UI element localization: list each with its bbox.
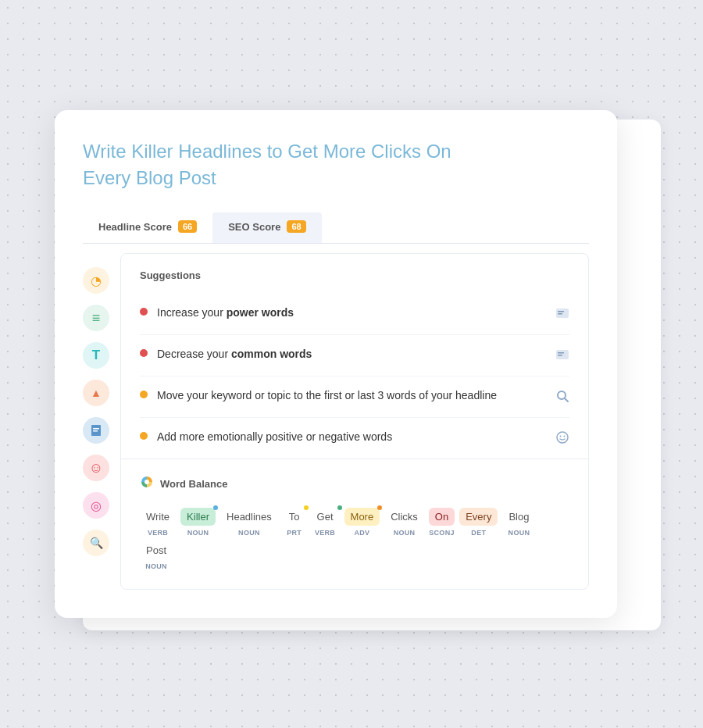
svg-rect-7: [558, 352, 564, 354]
suggestion-action-icon-1[interactable]: [555, 306, 569, 323]
suggestions-section: Suggestions Increase your power words: [121, 254, 588, 459]
suggestion-text-4: Add more emotionally positive or negativ…: [157, 429, 546, 445]
tab-headline-score[interactable]: Headline Score 66: [83, 212, 212, 243]
word-chip-post: Post NOUN: [140, 541, 173, 570]
suggestion-action-icon-2[interactable]: [555, 348, 569, 365]
word-chip-headlines-text: Headlines: [220, 508, 278, 526]
word-tag-more: ADV: [354, 529, 369, 537]
word-chip-write: Write VERB: [140, 508, 176, 537]
word-tag-every: DET: [471, 529, 486, 537]
word-tag-get: VERB: [315, 529, 335, 537]
word-tag-write: VERB: [148, 529, 168, 537]
sidebar-bookmark-icon[interactable]: [83, 417, 109, 444]
tab-seo-score[interactable]: SEO Score 68: [212, 212, 321, 243]
main-card: Write Killer Headlines to Get More Click…: [55, 110, 617, 618]
svg-rect-4: [558, 311, 564, 312]
word-tag-post: NOUN: [145, 562, 167, 570]
word-chip-post-text: Post: [140, 541, 173, 559]
tabs-bar: Headline Score 66 SEO Score 68: [83, 212, 589, 244]
sidebar-list-icon[interactable]: ≡: [83, 305, 109, 331]
svg-point-14: [145, 480, 149, 484]
more-dot: [377, 505, 382, 510]
word-chip-clicks: Clicks NOUN: [384, 508, 424, 537]
suggestion-action-icon-3[interactable]: [555, 389, 569, 406]
word-chip-to: To PRT: [283, 508, 306, 537]
dot-orange-4: [140, 432, 148, 440]
word-chip-clicks-text: Clicks: [384, 508, 424, 526]
title-area: Write Killer Headlines to Get More Click…: [83, 138, 589, 191]
svg-rect-5: [558, 313, 562, 315]
word-balance-title: Word Balance: [160, 478, 227, 490]
word-chips-container: Write VERB Killer NOUN: [140, 508, 569, 570]
word-tag-on: SCONJ: [429, 529, 455, 537]
word-chip-on-text: On: [429, 508, 455, 526]
word-balance-section: Word Balance Write VERB Killer: [121, 459, 588, 589]
sidebar-search-icon[interactable]: 🔍: [83, 530, 109, 556]
svg-rect-3: [556, 309, 569, 318]
word-tag-blog: NOUN: [509, 529, 530, 537]
word-chip-on: On SCONJ: [429, 508, 455, 537]
word-chip-write-text: Write: [140, 508, 176, 526]
sidebar-text-icon[interactable]: T: [83, 342, 109, 369]
tab-headline-score-label: Headline Score: [98, 221, 172, 233]
dot-red-2: [140, 349, 148, 357]
suggestion-item-2: Decrease your common words: [140, 335, 569, 376]
word-chip-killer-text: Killer: [180, 508, 216, 526]
word-chip-every-text: Every: [459, 508, 498, 526]
svg-rect-1: [93, 428, 99, 430]
word-tag-killer: NOUN: [187, 529, 209, 537]
word-tag-headlines: NOUN: [238, 529, 260, 537]
word-chip-more-text: More: [344, 508, 380, 526]
seo-score-badge: 68: [287, 220, 305, 233]
svg-rect-6: [556, 350, 569, 359]
svg-point-11: [557, 432, 568, 443]
word-tag-clicks: NOUN: [394, 529, 416, 537]
suggestion-action-icon-4[interactable]: [555, 430, 569, 448]
dot-red-1: [140, 308, 148, 316]
suggestion-text-3: Move your keyword or topic to the first …: [157, 387, 546, 404]
sidebar-smile-icon[interactable]: ☺: [83, 455, 109, 481]
word-balance-chart-icon: [140, 475, 154, 492]
word-chip-blog-text: Blog: [502, 508, 535, 526]
suggestion-text-2: Decrease your common words: [157, 346, 546, 362]
suggestion-item-1: Increase your power words: [140, 294, 569, 335]
suggestion-text-1: Increase your power words: [157, 305, 546, 321]
suggestion-item-3: Move your keyword or topic to the first …: [140, 376, 569, 418]
suggestions-title: Suggestions: [140, 269, 569, 281]
word-tag-to: PRT: [287, 529, 302, 537]
word-chip-get-text: Get: [311, 508, 340, 526]
word-balance-header: Word Balance: [140, 475, 569, 492]
word-chip-get: Get VERB: [311, 508, 340, 537]
dot-orange-3: [140, 391, 148, 398]
word-chip-blog: Blog NOUN: [502, 508, 535, 537]
to-dot: [304, 505, 309, 510]
word-chip-killer: Killer NOUN: [180, 508, 216, 537]
sidebar-target-icon[interactable]: ◎: [83, 492, 109, 519]
word-chip-to-text: To: [283, 508, 306, 526]
svg-line-10: [565, 398, 568, 401]
suggestion-item-4: Add more emotionally positive or negativ…: [140, 418, 569, 459]
sidebar: ◔ ≡ T ▲ ☺ ◎ 🔍: [83, 244, 120, 590]
headline-score-badge: 66: [178, 220, 197, 233]
main-content: ◔ ≡ T ▲ ☺ ◎ 🔍: [83, 244, 589, 590]
word-chip-headlines: Headlines NOUN: [220, 508, 278, 537]
tab-seo-score-label: SEO Score: [228, 221, 280, 233]
content-panel: Suggestions Increase your power words: [120, 253, 589, 590]
page-title: Write Killer Headlines to Get More Click…: [83, 138, 473, 191]
svg-rect-2: [93, 430, 98, 432]
svg-point-13: [564, 436, 566, 437]
sidebar-shape-icon[interactable]: ▲: [83, 380, 109, 406]
word-chip-every: Every DET: [459, 508, 498, 537]
svg-point-12: [560, 436, 562, 437]
get-dot: [337, 505, 342, 510]
svg-rect-8: [558, 355, 562, 356]
word-chip-more: More ADV: [344, 508, 380, 537]
sidebar-chart-icon[interactable]: ◔: [83, 267, 109, 294]
killer-dot: [213, 505, 218, 510]
